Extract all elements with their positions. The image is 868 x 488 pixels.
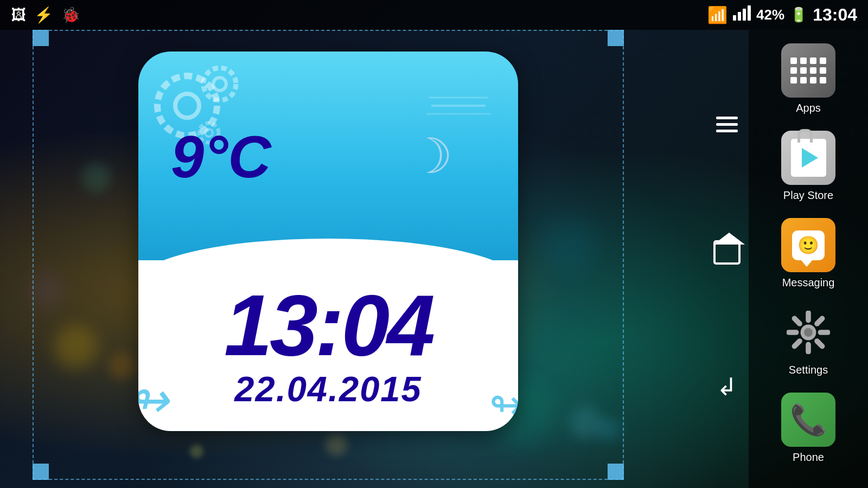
svg-point-1	[175, 94, 199, 118]
phone-icon-box: 📞	[781, 393, 835, 447]
back-button[interactable]: ↲	[717, 373, 737, 401]
home-button[interactable]	[713, 240, 741, 265]
svg-line-18	[794, 318, 800, 324]
phone-label: Phone	[793, 451, 824, 464]
apps-label: Apps	[796, 102, 821, 114]
corner-tl	[33, 30, 49, 46]
svg-point-3	[213, 78, 226, 91]
home-shape	[713, 240, 741, 265]
playstore-label: Play Store	[783, 189, 833, 202]
clock-date: 22.04.2015	[234, 369, 422, 409]
status-right-icons: 📶 42% 🔋 13:04	[707, 5, 857, 25]
messaging-icon-box: 🙂	[781, 218, 835, 272]
clock-time: 13:04	[224, 282, 432, 369]
svg-line-19	[817, 341, 822, 346]
usb-icon: ⚡	[34, 6, 53, 24]
sidebar-item-playstore[interactable]: Play Store	[749, 123, 868, 210]
svg-point-13	[804, 328, 813, 337]
play-triangle	[802, 148, 818, 168]
hamburger-line-3	[716, 130, 738, 132]
messaging-label: Messaging	[782, 277, 835, 289]
apps-grid	[782, 49, 834, 92]
corner-tr	[608, 30, 624, 46]
sidebar-item-messaging[interactable]: 🙂 Messaging	[749, 210, 868, 297]
corner-br	[608, 464, 624, 480]
play-bag	[791, 139, 826, 177]
messaging-bubble: 🙂	[792, 230, 825, 260]
widget-top: 9°C ☽	[138, 52, 518, 260]
widget-bottom: ↬ 13:04 22.04.2015 ↬	[138, 260, 518, 431]
wifi-icon: 📶	[707, 5, 727, 24]
hamburger-button[interactable]	[716, 117, 738, 132]
weather-widget[interactable]: 9°C ☽ ↬ 13:04 22.04.2015 ↬	[138, 52, 518, 431]
corner-bl	[33, 464, 49, 480]
hamburger-line-1	[716, 117, 738, 119]
settings-icon-box	[781, 305, 835, 359]
hamburger-line-2	[716, 123, 738, 126]
swirl-left: ↬	[138, 371, 168, 428]
phone-icon: 📞	[790, 402, 827, 438]
battery-percentage: 42%	[756, 7, 784, 23]
svg-line-20	[817, 318, 822, 324]
image-icon: 🖼	[11, 6, 26, 24]
settings-label: Settings	[789, 364, 828, 376]
signal-icon	[733, 5, 751, 24]
svg-line-21	[794, 341, 800, 346]
status-time: 13:04	[813, 5, 857, 25]
right-sidebar: Apps Play Store 🙂 Messaging	[749, 30, 868, 488]
apps-icon	[781, 43, 835, 98]
sidebar-item-settings[interactable]: Settings	[749, 297, 868, 384]
status-left-icons: 🖼 ⚡ 🐞	[11, 6, 80, 24]
swirl-right: ↬	[489, 381, 518, 428]
battery-icon: 🔋	[790, 7, 807, 23]
status-bar: 🖼 ⚡ 🐞 📶 42% 🔋 13:04	[0, 0, 868, 30]
sidebar-item-apps[interactable]: Apps	[749, 35, 868, 123]
playstore-icon	[781, 131, 835, 185]
settings-gear-svg	[787, 311, 830, 354]
sidebar-item-phone[interactable]: 📞 Phone	[749, 384, 868, 472]
temperature: 9°C	[171, 122, 271, 191]
debug-icon: 🐞	[61, 6, 80, 24]
cloud-icon	[415, 62, 502, 133]
moon-icon: ☽	[409, 127, 453, 184]
hamburger-area: ↲	[705, 30, 749, 488]
